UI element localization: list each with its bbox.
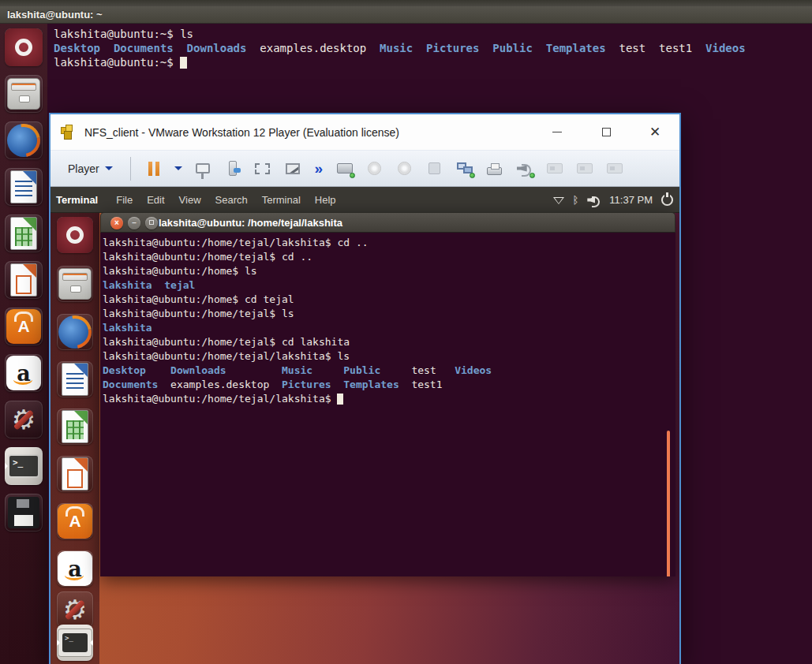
suspend-button[interactable]	[139, 157, 169, 181]
send-ctrl-alt-del-icon[interactable]	[188, 157, 218, 181]
connected-indicator	[350, 173, 355, 178]
ubuntu-dash-icon[interactable]	[5, 28, 43, 66]
vmware-titlebar[interactable]: NFS_client - VMware Workstation 12 Playe…	[51, 114, 679, 150]
close-icon: ×	[114, 218, 119, 227]
network-icon[interactable]	[553, 197, 564, 210]
running-indicator-arrow	[57, 639, 64, 647]
libreoffice-impress-icon[interactable]	[5, 261, 43, 299]
player-menu-label: Player	[68, 162, 99, 175]
connected-indicator	[470, 173, 475, 178]
unity-mode-icon[interactable]	[278, 157, 308, 181]
running-indicator-arrow	[5, 462, 12, 470]
menu-edit[interactable]: Edit	[147, 194, 164, 206]
host-launcher: A a ⚙ >_	[0, 24, 47, 664]
chevron-down-icon	[174, 166, 182, 174]
close-icon: ✕	[649, 125, 660, 139]
volume-icon[interactable]	[587, 195, 601, 206]
floppy-icon[interactable]	[420, 157, 450, 181]
connected-indicator	[529, 173, 535, 178]
menu-view[interactable]: View	[179, 194, 201, 206]
host-terminal-titlebar[interactable]: lakshita@ubuntu: ~	[0, 6, 812, 24]
screen: lakshita@ubuntu: ~ lakshita@ubuntu:~$ ls…	[0, 0, 812, 664]
vm-active-app-name: Terminal	[56, 194, 98, 206]
chevron-down-icon	[105, 166, 113, 174]
fullscreen-icon[interactable]	[248, 157, 278, 181]
terminal-icon[interactable]: >_	[5, 447, 43, 485]
menu-terminal[interactable]: Terminal	[262, 194, 301, 206]
system-settings-icon[interactable]: ⚙	[5, 401, 43, 438]
close-button[interactable]: ×	[110, 217, 123, 229]
minimize-icon: –	[132, 218, 137, 227]
menu-help[interactable]: Help	[315, 194, 336, 206]
host-top-strip	[0, 0, 812, 6]
removable-device-icon[interactable]	[540, 157, 570, 181]
suspend-dropdown-button[interactable]	[169, 157, 188, 181]
terminal-scrollbar[interactable]	[667, 431, 670, 576]
sound-icon[interactable]	[510, 157, 540, 181]
host-terminal-title: lakshita@ubuntu: ~	[7, 9, 103, 21]
removable-device-2-icon[interactable]	[570, 157, 600, 181]
menu-search[interactable]: Search	[215, 194, 248, 206]
vm-terminal-title: lakshita@ubuntu: /home/tejal/lakshita	[159, 213, 342, 233]
usb-devices-icon[interactable]	[218, 157, 248, 181]
maximize-button[interactable]	[145, 217, 158, 229]
cd-dvd-icon[interactable]	[360, 157, 390, 181]
focused-indicator-arrow	[86, 639, 93, 647]
floppy-backup-icon[interactable]	[5, 494, 43, 532]
hard-disk-icon[interactable]	[330, 157, 360, 181]
file-manager-icon[interactable]	[5, 75, 43, 113]
vm-launcher: A a ⚙ >_	[51, 213, 99, 664]
vm-libreoffice-impress-icon[interactable]	[57, 456, 93, 492]
minimize-icon	[552, 132, 562, 132]
vm-clock[interactable]: 11:37 PM	[609, 194, 653, 206]
vm-system-settings-icon[interactable]: ⚙	[57, 591, 93, 628]
vm-amazon-icon[interactable]: a	[57, 550, 93, 587]
libreoffice-calc-icon[interactable]	[5, 214, 43, 252]
vm-ubuntu-dash-icon[interactable]	[57, 217, 93, 253]
vm-terminal-output[interactable]: lakshita@ubuntu:/home/tejal/lakshita$ cd…	[100, 233, 675, 576]
removable-device-3-icon[interactable]	[600, 157, 630, 181]
maximize-button[interactable]	[582, 114, 631, 150]
player-menu-button[interactable]: Player	[51, 162, 122, 175]
vm-libreoffice-writer-icon[interactable]	[57, 361, 93, 397]
vm-terminal-icon[interactable]: >_	[57, 625, 93, 661]
ubuntu-software-icon[interactable]: A	[5, 308, 43, 345]
vmware-toolbar: Player »	[51, 150, 679, 187]
maximize-icon	[602, 128, 611, 136]
cd-dvd-2-icon[interactable]	[390, 157, 420, 181]
network-adapter-icon[interactable]	[450, 157, 480, 181]
minimize-button[interactable]	[533, 114, 582, 150]
vm-ubuntu-software-icon[interactable]: A	[57, 503, 93, 539]
maximize-icon	[149, 220, 154, 225]
vm-terminal-titlebar[interactable]: × – lakshita@ubuntu: /home/tejal/lakshit…	[100, 212, 675, 233]
expand-toolbar-icon[interactable]: »	[308, 157, 330, 181]
vm-top-panel: Terminal File Edit View Search Terminal …	[51, 187, 679, 213]
vmware-player-window: NFS_client - VMware Workstation 12 Playe…	[49, 113, 681, 664]
bluetooth-icon[interactable]: ᛒ	[573, 194, 579, 206]
amazon-icon[interactable]: a	[5, 354, 43, 392]
printer-icon[interactable]	[480, 157, 510, 181]
toolbar-divider	[130, 157, 131, 181]
host-terminal-output: lakshita@ubuntu:~$ lsDesktop Documents D…	[0, 24, 812, 69]
vm-libreoffice-calc-icon[interactable]	[57, 408, 93, 445]
firefox-icon[interactable]	[5, 121, 43, 159]
close-button[interactable]: ✕	[631, 114, 679, 150]
session-power-icon[interactable]	[661, 194, 673, 206]
vmware-window-title: NFS_client - VMware Workstation 12 Playe…	[84, 126, 399, 139]
minimize-button[interactable]: –	[128, 217, 140, 229]
vmware-app-icon	[61, 125, 77, 140]
vm-firefox-icon[interactable]	[57, 314, 93, 350]
menu-file[interactable]: File	[116, 194, 133, 206]
vm-terminal-window: × – lakshita@ubuntu: /home/tejal/lakshit…	[100, 212, 675, 576]
vm-file-manager-icon[interactable]	[57, 266, 93, 302]
libreoffice-writer-icon[interactable]	[5, 168, 43, 206]
vm-guest-screen: Terminal File Edit View Search Terminal …	[51, 187, 679, 664]
